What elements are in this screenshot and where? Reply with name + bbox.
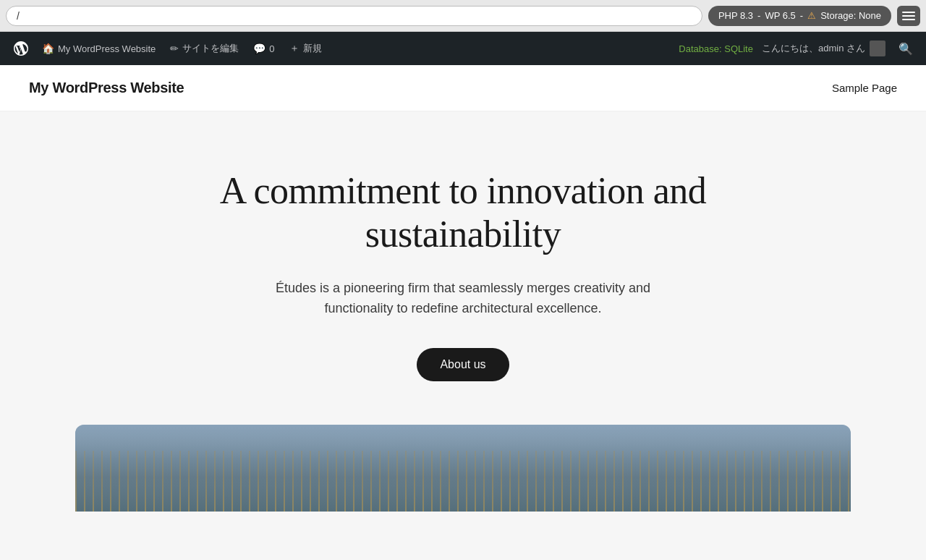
wordpress-icon	[14, 41, 28, 56]
browser-menu-button[interactable]	[897, 6, 920, 26]
wp-version-label: WP 6.5	[765, 10, 795, 21]
site-header: My WordPress Website Sample Page	[0, 65, 926, 111]
image-section	[0, 425, 926, 512]
separator2: -	[800, 10, 803, 21]
comments-count: 0	[269, 43, 274, 54]
warning-icon: ⚠	[807, 10, 816, 21]
sample-page-link[interactable]: Sample Page	[832, 82, 897, 94]
site-icon: 🏠	[42, 43, 54, 54]
database-label: Database: SQLite	[679, 43, 753, 54]
hero-heading: A commitment to innovation and sustainab…	[217, 169, 709, 256]
browser-bar: / PHP 8.3 - WP 6.5 - ⚠ Storage: None	[0, 0, 926, 32]
menu-line-2	[902, 15, 915, 17]
site-name-label: My WordPress Website	[58, 43, 156, 54]
admin-bar-site-name[interactable]: 🏠 My WordPress Website	[36, 32, 161, 65]
new-label: 新規	[303, 42, 322, 55]
php-version-label: PHP 8.3	[718, 10, 753, 21]
admin-bar-comments[interactable]: 💬 0	[247, 32, 280, 65]
php-info-bar: PHP 8.3 - WP 6.5 - ⚠ Storage: None	[708, 6, 891, 26]
hero-subtext: Études is a pioneering firm that seamles…	[246, 278, 680, 320]
edit-icon: ✏	[170, 43, 179, 54]
menu-line-3	[902, 19, 915, 20]
search-icon[interactable]: 🔍	[894, 42, 917, 56]
address-text: /	[17, 10, 20, 22]
site-title[interactable]: My WordPress Website	[29, 80, 184, 96]
avatar	[870, 41, 885, 56]
admin-bar-edit-site[interactable]: ✏ サイトを編集	[164, 32, 245, 65]
hero-section: A commitment to innovation and sustainab…	[0, 111, 926, 425]
admin-bar-right: Database: SQLite こんにちは、admin さん 🔍	[679, 41, 917, 56]
admin-bar-left: 🏠 My WordPress Website ✏ サイトを編集 💬 0 ＋ 新規	[9, 32, 679, 65]
hero-image	[75, 425, 851, 512]
comments-icon: 💬	[253, 43, 266, 54]
site-navigation: Sample Page	[832, 82, 897, 95]
separator: -	[757, 10, 760, 21]
admin-greeting: こんにちは、admin さん	[762, 41, 885, 56]
wp-admin-bar: 🏠 My WordPress Website ✏ サイトを編集 💬 0 ＋ 新規…	[0, 32, 926, 65]
new-icon: ＋	[289, 42, 300, 55]
storage-label: Storage: None	[820, 10, 881, 21]
about-us-button[interactable]: About us	[417, 348, 509, 381]
wp-logo[interactable]	[9, 36, 33, 61]
greeting-text: こんにちは、admin さん	[762, 42, 865, 55]
address-bar[interactable]: /	[6, 6, 702, 26]
edit-label: サイトを編集	[182, 42, 239, 55]
menu-line-1	[902, 12, 915, 13]
admin-bar-new[interactable]: ＋ 新規	[284, 32, 328, 65]
